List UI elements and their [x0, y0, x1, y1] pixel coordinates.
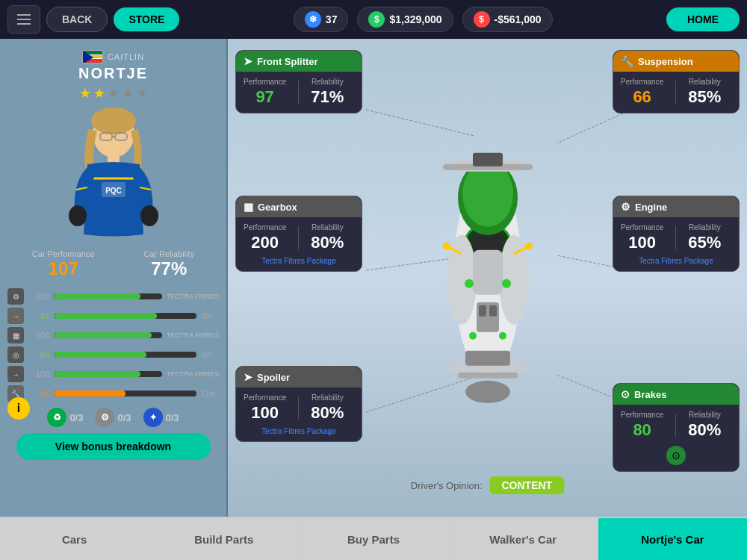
flag-icon: [82, 50, 103, 63]
suspension-performance: Performance 66: [621, 78, 663, 107]
front-splitter-performance: Performance 97: [244, 78, 286, 107]
info-button[interactable]: i: [7, 397, 30, 420]
car-reliability-value: 77%: [143, 258, 194, 279]
front-splitter-body: Performance 97 Reliability 71%: [236, 72, 362, 113]
driver-first-name: CAITLIN: [108, 52, 144, 61]
back-button[interactable]: BACK: [46, 7, 108, 32]
part-bar-aero: [54, 293, 162, 299]
bottom-tabs: Cars Build Parts Buy Parts Walker's Car …: [0, 517, 747, 560]
tab-build-parts[interactable]: Build Parts: [149, 518, 299, 560]
svg-point-44: [465, 381, 510, 403]
engine-header: ⚙ Engine: [613, 196, 739, 217]
tab-walkers-car[interactable]: Walker's Car: [449, 518, 598, 560]
view-bonus-button[interactable]: View bonus breakdown: [16, 433, 211, 460]
part-row-aerodynamics: ⚙ 100 TECTRA FIBRES PACKAGE: [7, 288, 219, 305]
spoiler-reliability: Reliability 80%: [311, 393, 344, 423]
brakes-performance: Performance 80: [621, 411, 663, 440]
svg-point-32: [465, 279, 474, 288]
brakes-title: Brakes: [634, 389, 666, 400]
suspension-reliability: Reliability 85%: [688, 78, 721, 107]
engine-reliability: Reliability 65%: [688, 223, 721, 252]
spoiler-title: Spoiler: [257, 372, 290, 383]
top-bar-left: BACK STORE: [7, 5, 179, 34]
svg-rect-29: [473, 250, 503, 295]
bonus-slot-icon-1: ♻: [47, 408, 66, 427]
tab-nortjes-car[interactable]: Nortje's Car: [598, 518, 747, 560]
part-icon-engine: →: [7, 366, 24, 382]
svg-point-35: [499, 332, 506, 340]
driver-opinion: Driver's Opinion: CONTENT: [411, 476, 564, 494]
svg-point-33: [502, 279, 511, 288]
engine-icon: ⚙: [621, 201, 630, 213]
bonus-slot-1: ♻ 0/3: [47, 408, 83, 427]
engine-card: ⚙ Engine Performance 100 Reliability 65%…: [613, 196, 740, 272]
svg-point-42: [443, 243, 450, 250]
part-row-frontwing: → 97 6th: [7, 308, 219, 324]
part-icon-frontwing: →: [7, 308, 24, 324]
part-icon-gearbox: ▦: [7, 327, 24, 343]
svg-text:PQC: PQC: [105, 187, 122, 195]
driver-avatar: PQC: [46, 108, 181, 257]
suspension-title: Suspension: [638, 56, 693, 67]
center-area: ➤ Front Splitter Performance 97 Reliabil…: [228, 39, 747, 517]
gearbox-package: Tectra Fibres Package: [244, 257, 354, 265]
svg-line-14: [557, 110, 631, 143]
store-button[interactable]: STORE: [114, 7, 179, 31]
gearbox-body: Performance 200 Reliability 80% Tectra F…: [236, 217, 362, 271]
front-splitter-icon: ➤: [244, 55, 252, 67]
svg-rect-38: [479, 305, 486, 317]
front-splitter-reliability: Reliability 71%: [311, 78, 344, 107]
car-svg: [413, 138, 562, 407]
front-splitter-title: Front Splitter: [257, 56, 318, 67]
driver-opinion-label: Driver's Opinion:: [411, 480, 483, 491]
svg-point-34: [469, 332, 477, 340]
brakes-reliability: Reliability 80%: [688, 411, 721, 440]
suspension-icon: 🔧: [621, 55, 633, 67]
engine-title: Engine: [635, 202, 667, 213]
engine-performance: Performance 100: [621, 223, 663, 252]
part-bar-frontwing: [54, 313, 196, 319]
spoiler-card: ➤ Spoiler Performance 100 Reliability 80…: [235, 366, 362, 442]
gearbox-title: Gearbox: [258, 202, 297, 213]
menu-button[interactable]: [7, 5, 40, 34]
bonus-slot-3: ✦ 0/3: [143, 408, 179, 427]
part-row-engine: → 100 TECTRA FIBRES PACKAGE: [7, 366, 219, 382]
currency-money: $ $1,329,000: [357, 7, 453, 32]
engine-package: Tectra Fibres Package: [621, 257, 731, 265]
bonus-slots: ♻ 0/3 ⚙ 0/3 ✦ 0/3: [47, 408, 179, 427]
brakes-body: Performance 80 Reliability 80% ⊙: [613, 405, 739, 471]
svg-line-13: [366, 110, 474, 136]
tab-buy-parts[interactable]: Buy Parts: [299, 518, 448, 560]
parts-list: ⚙ 100 TECTRA FIBRES PACKAGE → 97 6th ▦ 2…: [7, 285, 219, 405]
main-area: CAITLIN NORTJE ★ ★ ★ ★ ★: [0, 39, 747, 517]
brakes-icon: ⊙: [621, 388, 630, 400]
money-icon: $: [368, 11, 385, 28]
driver-panel: CAITLIN NORTJE ★ ★ ★ ★ ★: [0, 39, 228, 517]
suspension-card: 🔧 Suspension Performance 66 Reliability …: [613, 50, 740, 113]
part-row-gearbox: ▦ 200 TECTRA FIBRES PACKAGE: [7, 327, 219, 343]
home-button[interactable]: HOME: [666, 7, 740, 31]
svg-point-9: [69, 205, 87, 226]
bonus-slot-icon-3: ✦: [143, 408, 163, 427]
part-row-suspension: ◎ 80 5th: [7, 346, 219, 363]
snowflake-icon: ❄: [305, 11, 321, 28]
svg-point-10: [140, 205, 158, 226]
spoiler-body: Performance 100 Reliability 80% Tectra F…: [236, 388, 362, 441]
gearbox-card: ▦ Gearbox Performance 200 Reliability 80…: [235, 196, 362, 272]
bonus-slot-icon-2: ⚙: [95, 408, 114, 427]
gearbox-reliability: Reliability 80%: [311, 223, 344, 252]
part-bar-engine: [54, 371, 162, 377]
tab-cars[interactable]: Cars: [0, 518, 149, 560]
part-bar-brakes: [54, 391, 196, 396]
brakes-icon-bottom: ⊙: [666, 446, 686, 465]
top-bar: BACK STORE ❄ 37 $ $1,329,000 $ -$561,000…: [0, 0, 747, 39]
spoiler-header: ➤ Spoiler: [236, 367, 362, 388]
svg-point-43: [525, 243, 533, 250]
brakes-card: ⊙ Brakes Performance 80 Reliability 80%: [613, 383, 740, 472]
gearbox-performance: Performance 200: [244, 223, 286, 252]
svg-rect-39: [489, 305, 497, 317]
currency-snowflake: ❄ 37: [294, 7, 349, 32]
driver-stars: ★ ★ ★ ★ ★: [79, 85, 148, 102]
suspension-body: Performance 66 Reliability 85%: [613, 72, 739, 113]
front-splitter-header: ➤ Front Splitter: [236, 51, 362, 72]
